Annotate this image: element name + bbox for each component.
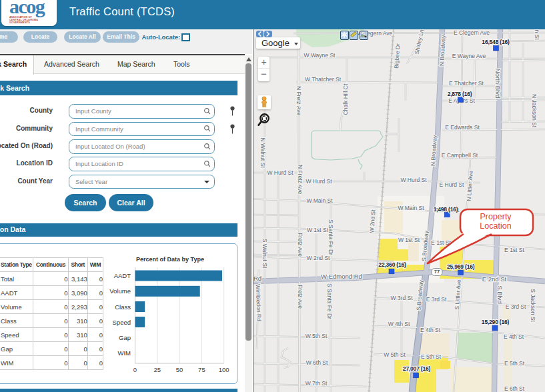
search-button[interactable]: Search: [65, 194, 106, 211]
panel-scrollbar[interactable]: [245, 55, 252, 392]
toolbar-button-locate-all[interactable]: Locate All: [64, 31, 101, 43]
street-label: W Hurd St: [400, 177, 427, 183]
count-marker[interactable]: [493, 45, 498, 51]
park-outline: [312, 131, 383, 160]
chart-category-label: Speed: [113, 319, 131, 326]
count-label: 16,548 (16): [482, 39, 510, 45]
count-label: 27,007 (16): [403, 365, 431, 372]
zoom-in-button[interactable]: +: [258, 57, 269, 69]
street-label: Fretz Ave: [297, 233, 304, 257]
search-field-icon[interactable]: [203, 160, 211, 168]
street-label: E Wayne Ave: [452, 53, 486, 59]
table-row: WIM000: [0, 356, 103, 370]
map-area: [450, 367, 496, 392]
table-row: Gap000: [0, 342, 103, 356]
street-label: N Fretz Ave: [297, 165, 304, 195]
toolbar-button-home[interactable]: Home: [0, 31, 18, 43]
street-label: E 5th St: [421, 353, 442, 360]
count-marker[interactable]: [414, 373, 419, 378]
chart-bar: [135, 271, 223, 281]
next-section-header: [0, 389, 237, 392]
input-community[interactable]: Input Community: [69, 122, 215, 137]
field-label-community: Community: [0, 125, 53, 132]
chart-x-tick: 50: [176, 366, 183, 373]
chart-bar: [135, 286, 200, 297]
map-type-caret-icon: [294, 43, 298, 45]
field-label-located-on-road-: Located On (Road): [0, 142, 53, 149]
scrollbar-up-arrow[interactable]: [246, 57, 251, 61]
map-print-tool-button[interactable]: [360, 31, 368, 40]
zoom-out-button[interactable]: −: [258, 69, 269, 81]
search-field-icon[interactable]: [203, 125, 211, 133]
callout-text-line2: Location: [480, 221, 511, 231]
count-marker[interactable]: [492, 325, 498, 331]
chart-bar: [135, 317, 145, 327]
locate-pin-icon[interactable]: [229, 106, 235, 119]
street-label: E 5th St: [504, 360, 525, 367]
auto-locate-checkbox[interactable]: [181, 33, 190, 42]
street-label: W Hurd St: [306, 178, 332, 185]
chevron-left-icon: [256, 31, 263, 37]
chart-x-tick: 75: [198, 366, 205, 373]
street-label: W 5th St: [384, 351, 406, 358]
input-located-on-road-[interactable]: Input Located On (Road): [69, 139, 215, 154]
map-panel[interactable]: W Clegern AveE Clegern AveW Wayne StE Wa…: [253, 29, 545, 392]
map-type-select[interactable]: Google: [256, 37, 300, 49]
clear-all-button[interactable]: Clear All: [109, 194, 153, 211]
street-label: S Littler Ave: [454, 279, 462, 310]
street-label: S Santa Fe Dr: [328, 219, 334, 255]
map-area: [440, 361, 450, 369]
map-pan-tool-button[interactable]: [340, 31, 349, 40]
street-label: W Edmond Rd: [321, 273, 362, 280]
input-location-id[interactable]: Input Location ID: [69, 157, 215, 171]
tab-tools[interactable]: Tools: [173, 55, 190, 74]
acog-logo[interactable]: acog ASSOCIATION OF CENTRAL OKLAHOMA GOV…: [1, 0, 57, 26]
street-label: N Broadway: [438, 35, 446, 67]
street-label: n St: [534, 29, 540, 40]
count-label: 1,498 (16): [434, 206, 458, 213]
table-header-row: Station TypeContinuousShortWIM: [0, 258, 103, 272]
street-label: W 1st St: [307, 227, 329, 233]
street-label: E 1st St: [504, 247, 524, 253]
scrollbar-thumb[interactable]: [245, 63, 251, 341]
search-field-icon[interactable]: [203, 107, 211, 115]
count-label: 2,878 (16): [448, 91, 472, 97]
street-label: W Hurd St: [267, 169, 294, 176]
chart-category-label: Gap: [119, 334, 131, 341]
acog-logo-subtext: ASSOCIATION OF CENTRAL OKLAHOMA GOVERNME…: [9, 16, 38, 24]
table-row: Total03,1430: [0, 272, 103, 286]
tab-map-search[interactable]: Map Search: [117, 55, 155, 74]
quick-search-section-title: Quick Search: [0, 81, 29, 95]
field-label-count-year: Count Year: [0, 177, 53, 185]
chart-category-label: Class: [115, 303, 131, 311]
table-row: Class03100: [0, 314, 103, 328]
street-label: N Fretz Ave: [296, 86, 302, 116]
locate-pin-icon[interactable]: [229, 124, 235, 137]
park-outline: [358, 159, 362, 169]
street-label: W 3rd St: [390, 295, 413, 301]
toolbar: Auto-Locate: HomeLocateLocate AllEmail T…: [0, 29, 252, 54]
count-marker[interactable]: [389, 269, 394, 274]
map-measure-tool-button[interactable]: [350, 31, 358, 40]
chart-title: Percent of Data by Type: [136, 256, 204, 263]
map-next-button[interactable]: [264, 31, 272, 37]
search-field-icon[interactable]: [203, 143, 211, 151]
street-label: W Main St: [306, 197, 333, 204]
select-caret-icon[interactable]: [204, 181, 209, 183]
map-canvas[interactable]: W Clegern AveE Clegern AveW Wayne StE Wa…: [253, 29, 545, 392]
tab-advanced-search[interactable]: Advanced Search: [44, 55, 99, 74]
count-marker[interactable]: [444, 212, 450, 217]
area-zoom-icon[interactable]: [257, 113, 271, 127]
toolbar-button-locate[interactable]: Locate: [23, 31, 57, 43]
count-marker[interactable]: [458, 270, 464, 275]
toolbar-button-email-this[interactable]: Email This: [103, 31, 139, 43]
chart-category-label: WIM: [117, 349, 131, 357]
pegman-button[interactable]: [257, 95, 271, 109]
map-prev-button[interactable]: [256, 31, 264, 37]
count-marker[interactable]: [458, 97, 464, 103]
street-label: E 4th St: [504, 333, 524, 340]
input-county[interactable]: Input County: [69, 104, 215, 119]
tab-quick-search[interactable]: Quick Search: [0, 55, 34, 75]
count-year-select[interactable]: Select Year: [69, 175, 215, 189]
street-label: W 2nd St: [368, 209, 376, 233]
